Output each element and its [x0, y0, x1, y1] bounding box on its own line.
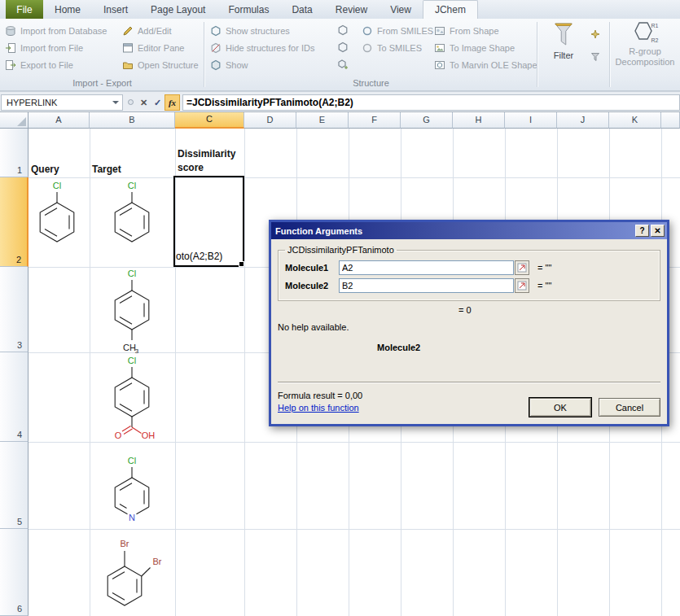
- range-selector-icon: [517, 281, 527, 291]
- row-header-3[interactable]: 3: [0, 267, 29, 352]
- cell-c1-line1[interactable]: Dissimilarity: [178, 148, 235, 159]
- column-header-c[interactable]: C: [175, 112, 244, 129]
- column-header-d[interactable]: D: [244, 112, 296, 129]
- formula-bar-handle[interactable]: [128, 99, 134, 105]
- column-header-b[interactable]: B: [90, 112, 175, 129]
- column-header-h[interactable]: H: [453, 112, 505, 129]
- molecule2-label: Molecule2: [285, 281, 339, 291]
- atom-label-cl: Cl: [128, 456, 136, 465]
- atom-label-br: Br: [121, 539, 129, 548]
- active-cell-c2[interactable]: [173, 176, 244, 267]
- row-header-2[interactable]: 2: [0, 177, 29, 267]
- column-header-g[interactable]: G: [401, 112, 453, 129]
- column-header-a[interactable]: A: [29, 112, 90, 129]
- marvin-ole-icon: [434, 59, 445, 71]
- tab-jchem[interactable]: JChem: [423, 0, 478, 19]
- molecule1-range-button[interactable]: [515, 260, 529, 275]
- row-header-6[interactable]: 6: [0, 529, 29, 616]
- add-edit-button[interactable]: Add/Edit: [122, 23, 172, 39]
- dialog-titlebar[interactable]: Function Arguments ? ✕: [271, 222, 667, 239]
- tab-review[interactable]: Review: [324, 0, 379, 19]
- filter-small-1-button[interactable]: [588, 27, 603, 42]
- export-to-file-button[interactable]: Export to File: [5, 57, 73, 73]
- row-header-5[interactable]: 5: [0, 442, 29, 529]
- atom-label-n: N: [129, 513, 135, 522]
- column-header-j[interactable]: J: [557, 112, 609, 129]
- import-from-file-button[interactable]: Import from File: [5, 40, 83, 56]
- tab-file[interactable]: File: [6, 0, 43, 19]
- mini-funnel-icon: [590, 52, 600, 62]
- molecule1-input[interactable]: [339, 260, 514, 275]
- to-image-shape-button[interactable]: To Image Shape: [434, 40, 515, 56]
- cell-c1-line2[interactable]: score: [178, 162, 204, 173]
- atom-label-oh: OH: [142, 430, 156, 440]
- group-label-structure: Structure: [204, 78, 537, 88]
- confirm-entry-button[interactable]: ✓: [151, 94, 165, 111]
- structure-tool-1-button[interactable]: [336, 23, 350, 37]
- structure-target-chlorobenzoic-acid[interactable]: Cl O OH: [95, 354, 169, 450]
- ribbon-group-structure: Show structures Hide structures for IDs …: [204, 19, 537, 90]
- tab-page-layout[interactable]: Page Layout: [139, 0, 217, 19]
- column-header-i[interactable]: I: [505, 112, 557, 129]
- structure-target-chlorobenzene[interactable]: Cl: [103, 179, 160, 254]
- open-structure-button[interactable]: Open Structure: [122, 57, 199, 73]
- show-structures-button[interactable]: Show structures: [210, 23, 290, 39]
- column-header-f[interactable]: F: [349, 112, 401, 129]
- show-button[interactable]: Show: [210, 57, 248, 73]
- select-all-corner[interactable]: [0, 112, 29, 129]
- tab-data[interactable]: Data: [280, 0, 323, 19]
- structure-target-chlorotoluene[interactable]: Cl CH 3: [103, 267, 160, 358]
- filter-label: Filter: [554, 50, 573, 60]
- to-smiles-button[interactable]: To SMILES: [362, 40, 422, 56]
- database-icon: [5, 25, 16, 37]
- help-on-function-link[interactable]: Help on this function: [278, 403, 359, 413]
- row-header-4[interactable]: 4: [0, 352, 29, 442]
- to-marvin-ole-shape-label: To Marvin OLE Shape: [450, 60, 537, 70]
- column-header-k[interactable]: K: [609, 112, 661, 129]
- dialog-title: Function Arguments: [275, 226, 362, 236]
- column-header-e[interactable]: E: [296, 112, 349, 129]
- tab-formulas[interactable]: Formulas: [217, 0, 280, 19]
- formula-bar: HYPERLINK ✕ ✓ fx =JCDissimilarityPFTanim…: [0, 91, 680, 112]
- structure-target-chloropyridine[interactable]: Cl N: [103, 454, 160, 531]
- structure-query-chlorobenzene[interactable]: Cl: [29, 179, 86, 254]
- tab-insert[interactable]: Insert: [92, 0, 139, 19]
- insert-function-button[interactable]: fx: [165, 94, 180, 111]
- from-shape-button[interactable]: From Shape: [434, 23, 499, 39]
- atom-label-cl: Cl: [128, 356, 136, 365]
- name-box[interactable]: HYPERLINK: [1, 94, 123, 111]
- function-group-box: JCDissimilarityPFTanimoto Molecule1 = ""…: [278, 245, 660, 301]
- cancel-button[interactable]: Cancel: [599, 398, 660, 417]
- formula-input[interactable]: =JCDissimilarityPFTanimoto(A2;B2): [182, 94, 680, 111]
- cancel-entry-button[interactable]: ✕: [137, 94, 151, 111]
- image-shape-icon: [434, 42, 445, 54]
- hide-structures-button[interactable]: Hide structures for IDs: [210, 40, 314, 56]
- argument-name-text: Molecule2: [377, 343, 660, 352]
- cell-a1-query[interactable]: Query: [31, 164, 59, 175]
- editor-pane-button[interactable]: Editor Pane: [122, 40, 184, 56]
- tab-home[interactable]: Home: [43, 0, 92, 19]
- from-smiles-button[interactable]: From SMILES: [362, 23, 433, 39]
- name-box-dropdown-icon[interactable]: [109, 95, 122, 110]
- function-name: JCDissimilarityPFTanimoto: [285, 245, 397, 255]
- editor-pane-icon: [122, 42, 134, 54]
- import-from-database-button[interactable]: Import from Database: [5, 23, 107, 39]
- structure-tool-2-button[interactable]: [336, 40, 350, 55]
- cell-b1-target[interactable]: Target: [92, 164, 121, 175]
- molecule2-range-button[interactable]: [515, 278, 529, 293]
- rgroup-decomposition-button[interactable]: R1 R2 R-group Decomposition: [611, 20, 679, 68]
- to-marvin-ole-shape-button[interactable]: To Marvin OLE Shape: [434, 57, 537, 73]
- row-header-1[interactable]: 1: [0, 129, 29, 177]
- excel-window: File Home Insert Page Layout Formulas Da…: [0, 0, 680, 616]
- filter-button[interactable]: Filter: [544, 21, 583, 60]
- structure-target-dibromobenzene[interactable]: Br Br: [100, 534, 169, 616]
- structure-tool-3-button[interactable]: [336, 57, 350, 72]
- tab-view[interactable]: View: [379, 0, 423, 19]
- dialog-close-button[interactable]: ✕: [651, 225, 665, 237]
- dialog-help-button[interactable]: ?: [635, 225, 649, 237]
- ring-plus-icon: [337, 59, 349, 70]
- ok-button[interactable]: OK: [529, 398, 591, 417]
- atom-label-cl: Cl: [128, 269, 136, 278]
- molecule2-input[interactable]: [339, 278, 514, 293]
- filter-small-2-button[interactable]: [588, 50, 603, 64]
